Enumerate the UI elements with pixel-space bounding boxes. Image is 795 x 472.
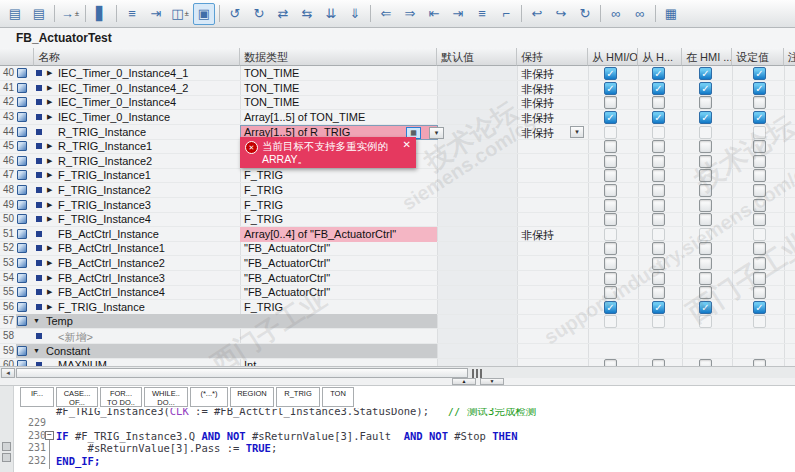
variable-name[interactable]: R_TRIG_Instance2 (58, 155, 152, 167)
datatype-value[interactable]: "FB_ActuatorCtrl" (244, 286, 330, 298)
code-line[interactable]: 232END_IF; (14, 455, 795, 468)
checkbox[interactable]: ✓ (699, 111, 712, 124)
variable-name[interactable]: FB_ActCtrl_Instance4 (58, 286, 165, 298)
checkbox[interactable] (604, 155, 617, 168)
checkbox[interactable] (753, 184, 766, 197)
checkbox[interactable]: ✓ (652, 82, 665, 95)
variable-name[interactable]: Constant (46, 345, 90, 357)
expand-icon[interactable]: ▶ (47, 84, 52, 92)
indent-icon[interactable]: ⇤ (423, 3, 445, 25)
datatype-dropdown-button[interactable]: ▾ (429, 127, 444, 139)
checkbox[interactable]: ✓ (652, 301, 665, 314)
data-block-icon[interactable]: ▦ (660, 3, 682, 25)
export-interface-icon[interactable]: →± (59, 3, 81, 25)
checkbox[interactable] (699, 169, 712, 182)
datatype-value[interactable]: TON_TIME (244, 67, 299, 79)
table-row[interactable]: 58<新增> (0, 329, 795, 344)
column-header[interactable]: 名称 (34, 48, 240, 66)
checkbox[interactable]: ✓ (604, 301, 617, 314)
download-values-icon[interactable]: ⇊ (320, 3, 342, 25)
table-row[interactable]: 54▶FB_ActCtrl_Instance3"FB_ActuatorCtrl" (0, 271, 795, 286)
checkbox[interactable] (604, 126, 617, 139)
keep-actual-values-icon[interactable]: ▋ (90, 3, 112, 25)
insert-row-icon[interactable]: ▤ (4, 3, 26, 25)
checkbox[interactable] (604, 199, 617, 212)
table-row[interactable]: 56▶F_TRIG_InstanceF_TRIG✓✓✓✓ (0, 300, 795, 315)
splitter[interactable]: ▲ ▼ (0, 378, 795, 386)
collapse-icon[interactable]: ▼ (33, 317, 40, 324)
variable-table[interactable]: 名称数据类型默认值保持从 HMI/OPC..从 H...在 HMI ...设定值… (0, 48, 795, 366)
checkbox[interactable] (753, 213, 766, 226)
table-row[interactable]: 48▶F_TRIG_Instance2F_TRIG (0, 183, 795, 198)
snippet-button[interactable]: IF... (20, 387, 54, 407)
expand-icon[interactable]: ▶ (47, 274, 52, 282)
import-to-block-icon[interactable]: ⇥ (145, 3, 167, 25)
checkbox[interactable] (604, 315, 617, 328)
table-row[interactable]: 49▶F_TRIG_Instance3F_TRIG (0, 198, 795, 213)
h-scrollbar[interactable]: ◂ (0, 366, 795, 378)
undo-icon[interactable]: ↩ (526, 3, 548, 25)
bookmark-icon[interactable] (2, 442, 11, 451)
checkbox[interactable] (753, 286, 766, 299)
snippet-button[interactable]: WHILE.. DO... (144, 387, 188, 407)
checkbox[interactable]: ✓ (652, 111, 665, 124)
load-start-values-icon[interactable]: ↺ (224, 3, 246, 25)
splitter-grip[interactable] (470, 369, 484, 378)
variable-name[interactable]: MAXNUM (58, 359, 107, 366)
column-header[interactable]: 保持 (517, 48, 588, 66)
datatype-value[interactable]: F_TRIG (244, 199, 283, 211)
checkbox[interactable] (604, 272, 617, 285)
checkbox[interactable]: ✓ (604, 82, 617, 95)
variable-name[interactable]: F_TRIG_Instance1 (58, 169, 151, 181)
checkbox[interactable] (652, 315, 665, 328)
checkbox[interactable] (652, 155, 665, 168)
variable-name[interactable]: F_TRIG_Instance2 (58, 184, 151, 196)
checkbox[interactable] (753, 96, 766, 109)
checkbox[interactable] (604, 257, 617, 270)
checkbox[interactable] (699, 315, 712, 328)
checkbox[interactable]: ✓ (753, 301, 766, 314)
checkbox[interactable] (699, 199, 712, 212)
datatype-value[interactable]: F_TRIG (244, 169, 283, 181)
checkbox[interactable]: ✓ (753, 111, 766, 124)
expand-icon[interactable]: ▶ (47, 244, 52, 252)
variable-name[interactable]: FB_ActCtrl_Instance (58, 228, 159, 240)
datatype-value[interactable]: "FB_ActuatorCtrl" (244, 242, 330, 254)
checkbox[interactable] (604, 213, 617, 226)
code-line[interactable]: 229 (14, 417, 795, 430)
table-row[interactable]: 41▶IEC_Timer_0_Instance4_2TON_TIME非保持✓✓✓… (0, 81, 795, 96)
checkbox[interactable]: ✓ (652, 67, 665, 80)
checkbox[interactable] (699, 228, 712, 241)
checkbox[interactable] (753, 228, 766, 241)
table-row[interactable]: 50▶F_TRIG_Instance4F_TRIG (0, 212, 795, 227)
checkbox[interactable] (604, 169, 617, 182)
checkbox[interactable] (753, 140, 766, 153)
variable-name[interactable]: FB_ActCtrl_Instance3 (58, 272, 165, 284)
collapse-down-button[interactable]: ▼ (480, 378, 504, 385)
variable-name[interactable]: FB_ActCtrl_Instance2 (58, 257, 165, 269)
table-row[interactable]: 59▼Constant (0, 344, 795, 359)
add-row-icon[interactable]: ▤ (28, 3, 50, 25)
close-icon[interactable]: ✕ (403, 139, 411, 150)
expand-icon[interactable]: ▶ (47, 186, 52, 194)
column-header[interactable]: 默认值 (437, 48, 517, 66)
datatype-value[interactable]: TON_TIME (244, 82, 299, 94)
checkbox[interactable] (652, 199, 665, 212)
table-row[interactable]: 42▶IEC_Timer_0_Instance4TON_TIME非保持 (0, 95, 795, 110)
checkbox[interactable] (604, 140, 617, 153)
checkbox[interactable] (753, 242, 766, 255)
variable-name[interactable]: R_TRIG_Instance (58, 126, 146, 138)
checkbox[interactable] (652, 169, 665, 182)
initialize-values-icon[interactable]: ⇓ (344, 3, 366, 25)
code-line[interactable]: 231 #sReturnValue[3].Pass := TRUE; (14, 442, 795, 455)
checkbox[interactable] (753, 359, 766, 366)
checkbox[interactable] (699, 155, 712, 168)
collapse-all-icon[interactable]: ⇒ (399, 3, 421, 25)
checkbox[interactable] (753, 315, 766, 328)
variable-name[interactable]: IEC_Timer_0_Instance4 (58, 96, 176, 108)
variable-name[interactable]: F_TRIG_Instance3 (58, 199, 151, 211)
datatype-value[interactable]: "FB_ActuatorCtrl" (244, 257, 330, 269)
column-header[interactable]: 数据类型 (240, 48, 437, 66)
checkbox[interactable] (699, 286, 712, 299)
variable-name[interactable]: F_TRIG_Instance (58, 301, 145, 313)
